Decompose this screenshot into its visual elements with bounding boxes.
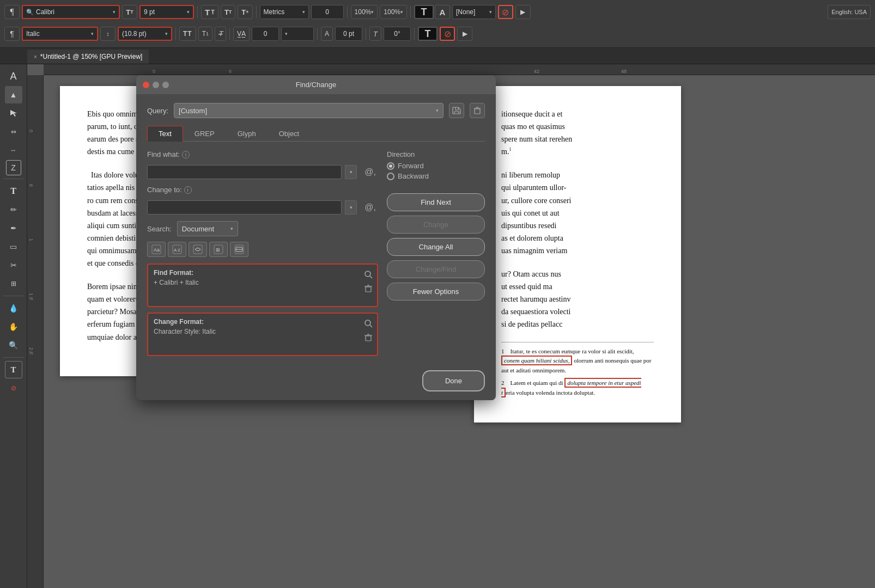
- none-select[interactable]: [None] ▾: [452, 5, 496, 19]
- tab-close-icon[interactable]: ×: [34, 54, 37, 60]
- tt-subscript-btn[interactable]: TT: [221, 5, 235, 19]
- find-what-input[interactable]: [147, 165, 342, 179]
- font-size-icon[interactable]: TT: [122, 5, 137, 19]
- tt-baseline-btn[interactable]: T+: [238, 5, 252, 19]
- scale-x-btn[interactable]: 100% ▾: [351, 5, 378, 19]
- change-all-btn[interactable]: Change All: [387, 238, 485, 256]
- find-at-btn[interactable]: @,: [362, 167, 378, 177]
- red-cross-icon[interactable]: ⊘: [440, 27, 455, 41]
- include-hidden-btn[interactable]: [230, 242, 248, 257]
- paragraph-mode-icon[interactable]: ¶: [4, 5, 20, 19]
- tool-measure[interactable]: ↔: [5, 142, 22, 159]
- baseline-input[interactable]: 0 pt: [335, 27, 362, 41]
- leading-icon[interactable]: ↕: [100, 27, 116, 41]
- va-btn[interactable]: V̲A̲: [233, 27, 250, 41]
- tab-text[interactable]: Text: [147, 126, 183, 142]
- para-mode-icon[interactable]: ¶: [4, 27, 20, 41]
- search-select[interactable]: Document ▾: [177, 221, 238, 236]
- change-to-info-icon[interactable]: i: [184, 186, 192, 194]
- font-style-select[interactable]: Italic ▾: [22, 27, 98, 41]
- tool-eyedropper[interactable]: 💧: [5, 299, 22, 317]
- strikethrough-btn[interactable]: T̶: [215, 27, 226, 41]
- text-black-icon[interactable]: T: [418, 27, 437, 41]
- tool-bottom[interactable]: ⊘: [5, 379, 22, 397]
- text-size-large-icon[interactable]: A: [435, 5, 450, 19]
- tool-direct-select[interactable]: [5, 105, 22, 122]
- tt-all-caps-btn[interactable]: TT: [179, 27, 196, 41]
- find-what-info-icon[interactable]: i: [182, 151, 190, 158]
- kerning-chevron: ▾: [302, 9, 305, 15]
- text-format-icon[interactable]: T: [414, 5, 434, 19]
- tool-select-arrow[interactable]: A: [5, 68, 22, 85]
- tool-pen[interactable]: ✏: [5, 201, 22, 218]
- tool-rect[interactable]: ▭: [5, 238, 22, 255]
- find-what-dropdown[interactable]: ▾: [345, 165, 357, 179]
- tab-grep[interactable]: GREP: [183, 126, 226, 141]
- other-search-btn[interactable]: ⊞: [209, 242, 228, 257]
- close-traffic-light[interactable]: [143, 82, 149, 88]
- max-traffic-light[interactable]: [162, 82, 169, 88]
- forward-radio[interactable]: [387, 162, 394, 170]
- tool-zoom[interactable]: Z: [6, 160, 21, 175]
- tracking-input[interactable]: 0: [311, 5, 344, 19]
- tool-scale[interactable]: ⊞: [5, 275, 22, 292]
- kerning-num-input[interactable]: 0: [252, 27, 279, 41]
- tt-optical-btn[interactable]: TT: [201, 5, 218, 19]
- change-to-input[interactable]: [147, 200, 342, 215]
- forward-radio-row[interactable]: Forward: [387, 162, 485, 170]
- change-format-search-icon[interactable]: [363, 318, 374, 329]
- backward-radio-row[interactable]: Backward: [387, 172, 485, 180]
- query-select[interactable]: [Custom] ▾: [174, 103, 443, 118]
- language-select[interactable]: English: USA: [828, 5, 871, 19]
- change-format-trash-icon[interactable]: [363, 332, 374, 343]
- case-sensitive-btn[interactable]: Aa: [147, 242, 166, 257]
- tool-pencil[interactable]: ✒: [5, 219, 22, 237]
- expand-right-icon[interactable]: ▶: [515, 5, 531, 19]
- change-btn[interactable]: Change: [387, 216, 485, 234]
- svg-line-15: [370, 276, 372, 278]
- tool-arrow[interactable]: ▲: [5, 86, 22, 103]
- leading-select[interactable]: (10.8 pt) ▾: [118, 27, 172, 41]
- footnote-2: 2 Latem et quiam qui di dolupta tempore …: [501, 378, 654, 397]
- find-format-search-icon[interactable]: [363, 269, 374, 280]
- tool-zoom2[interactable]: 🔍: [5, 336, 22, 354]
- kerning-unit-select[interactable]: ▾: [281, 27, 314, 41]
- whole-word-btn[interactable]: AZ: [168, 242, 186, 257]
- dialog-tabs: Text GREP Glyph Object: [147, 126, 485, 142]
- query-save-btn[interactable]: [449, 103, 464, 118]
- tab-object[interactable]: Object: [268, 126, 311, 141]
- wrap-around-btn[interactable]: [189, 242, 207, 257]
- tool-type2[interactable]: T: [5, 361, 22, 378]
- expand-right2-icon[interactable]: ▶: [457, 27, 472, 41]
- tt-sub-btn[interactable]: T1: [198, 27, 212, 41]
- kerning-num-value: 0: [264, 30, 268, 38]
- tab-glyph[interactable]: Glyph: [226, 126, 268, 141]
- skew-btn[interactable]: T: [369, 27, 381, 41]
- done-btn[interactable]: Done: [422, 370, 485, 391]
- find-format-trash-icon[interactable]: [363, 283, 374, 294]
- backward-radio[interactable]: [387, 173, 394, 180]
- query-chevron: ▾: [436, 108, 439, 113]
- baseline-btn[interactable]: A: [321, 27, 333, 41]
- tool-hand[interactable]: ✋: [5, 318, 22, 335]
- change-find-btn[interactable]: Change/Find: [387, 260, 485, 278]
- scale-y-btn[interactable]: 100% ▾: [380, 5, 407, 19]
- document-tab[interactable]: × *Untitled-1 @ 150% [GPU Preview]: [27, 50, 149, 64]
- min-traffic-light[interactable]: [153, 82, 159, 88]
- font-name-select[interactable]: 🔍 Calibri ▾: [22, 5, 120, 19]
- change-at-btn[interactable]: @,: [362, 203, 378, 212]
- tool-scissors[interactable]: ✂: [5, 256, 22, 274]
- find-next-btn[interactable]: Find Next: [387, 193, 485, 211]
- query-delete-btn[interactable]: [470, 103, 485, 118]
- fewer-options-btn[interactable]: Fewer Options: [387, 283, 485, 301]
- change-to-dropdown[interactable]: ▾: [345, 200, 357, 215]
- tool-type[interactable]: T: [5, 182, 22, 200]
- canvas-area: 0 6 42 48 0 6 1 1⅛ 2⅜ Ebis quo omnim qup…: [27, 64, 875, 588]
- dialog-body: Query: [Custom] ▾ Text GREP: [136, 94, 496, 400]
- tool-transform[interactable]: ⇔: [5, 123, 22, 140]
- tracking-value: 0: [325, 8, 329, 16]
- skew-input[interactable]: 0°: [384, 27, 411, 41]
- kerning-select[interactable]: Metrics ▾: [260, 5, 309, 19]
- red-slash-icon[interactable]: ⊘: [498, 5, 513, 19]
- font-size-select[interactable]: 9 pt ▾: [139, 5, 194, 19]
